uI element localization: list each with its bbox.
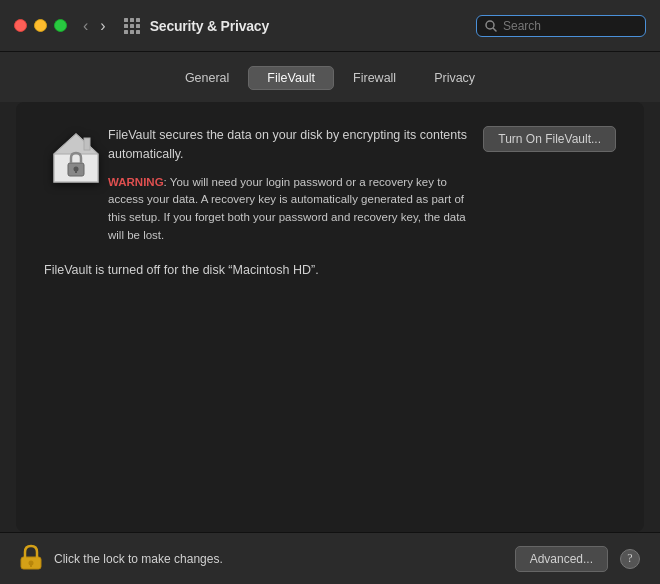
- lock-icon[interactable]: [20, 544, 42, 574]
- search-box[interactable]: [476, 15, 646, 37]
- filevault-status-text: FileVault is turned off for the disk “Ma…: [44, 263, 616, 277]
- apps-grid-icon[interactable]: [124, 18, 140, 34]
- tab-firewall[interactable]: Firewall: [334, 66, 415, 90]
- tab-privacy[interactable]: Privacy: [415, 66, 494, 90]
- tab-filevault[interactable]: FileVault: [248, 66, 334, 90]
- content-panel: FileVault secures the data on your disk …: [16, 102, 644, 532]
- svg-marker-3: [54, 134, 98, 154]
- main-area: General FileVault Firewall Privacy: [0, 52, 660, 584]
- filevault-top-row: FileVault secures the data on your disk …: [44, 126, 616, 245]
- search-input[interactable]: [503, 19, 637, 33]
- forward-button[interactable]: ›: [96, 16, 109, 36]
- advanced-button[interactable]: Advanced...: [515, 546, 608, 572]
- svg-rect-4: [84, 138, 90, 150]
- tabs-bar: General FileVault Firewall Privacy: [0, 52, 660, 102]
- svg-line-1: [494, 28, 497, 31]
- svg-point-0: [486, 21, 494, 29]
- page-title: Security & Privacy: [150, 18, 476, 34]
- titlebar: ‹ › Security & Privacy: [0, 0, 660, 52]
- turn-on-filevault-button[interactable]: Turn On FileVault...: [483, 126, 616, 152]
- help-button[interactable]: ?: [620, 549, 640, 569]
- filevault-house-icon: [44, 126, 108, 190]
- search-icon: [485, 20, 497, 32]
- lock-label: Click the lock to make changes.: [54, 552, 503, 566]
- bottom-bar: Click the lock to make changes. Advanced…: [0, 532, 660, 584]
- filevault-warning: WARNING: You will need your login passwo…: [108, 174, 483, 245]
- warning-label: WARNING: [108, 176, 164, 188]
- close-button[interactable]: [14, 19, 27, 32]
- filevault-text-area: FileVault secures the data on your disk …: [108, 126, 483, 245]
- tab-general[interactable]: General: [166, 66, 248, 90]
- svg-rect-10: [30, 564, 32, 567]
- svg-rect-7: [75, 170, 77, 173]
- maximize-button[interactable]: [54, 19, 67, 32]
- traffic-lights: [14, 19, 67, 32]
- filevault-button-area: Turn On FileVault...: [483, 126, 616, 152]
- filevault-description: FileVault secures the data on your disk …: [108, 126, 483, 164]
- nav-buttons: ‹ ›: [79, 16, 110, 36]
- back-button[interactable]: ‹: [79, 16, 92, 36]
- minimize-button[interactable]: [34, 19, 47, 32]
